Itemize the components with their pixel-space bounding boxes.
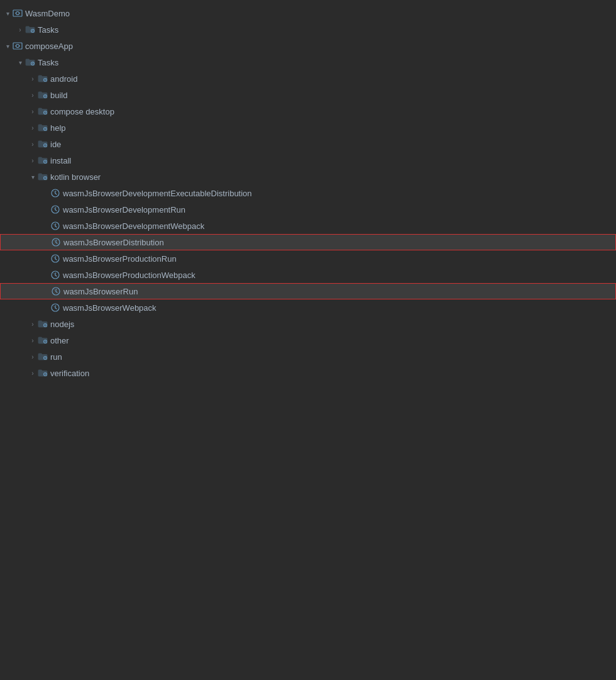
svg-rect-3: [13, 43, 22, 49]
tree-item-android[interactable]: android: [0, 70, 616, 87]
label-kotlin-browser: kotlin browser: [50, 172, 101, 182]
task-icon-wasmJsBrowserDevelopmentExecutableDistribution: [50, 188, 60, 198]
label-composeApp: composeApp: [25, 42, 73, 51]
tree-item-verification[interactable]: verification: [0, 365, 616, 381]
folder-icon-compose-desktop: [38, 106, 48, 116]
chevron-kotlin-browser[interactable]: [28, 172, 38, 182]
tree-item-help[interactable]: help: [0, 120, 616, 136]
folder-icon-other: [38, 335, 48, 345]
folder-icon-build: [38, 90, 48, 100]
tree-item-wasmJsBrowserDevelopmentWebpack[interactable]: wasmJsBrowserDevelopmentWebpack: [0, 218, 616, 234]
chevron-tasks-composeApp[interactable]: [15, 57, 25, 67]
task-icon-wasmJsBrowserProductionWebpack: [50, 270, 60, 280]
tree-item-wasmJsBrowserProductionRun[interactable]: wasmJsBrowserProductionRun: [0, 250, 616, 267]
label-build: build: [50, 91, 67, 100]
tree-item-tasks-composeApp[interactable]: Tasks: [0, 54, 616, 70]
folder-icon-kotlin-browser: [38, 172, 48, 182]
tree-item-wasmJsBrowserRun[interactable]: wasmJsBrowserRun: [0, 283, 616, 299]
folder-icon-android: [38, 74, 48, 84]
tree-item-compose-desktop[interactable]: compose desktop: [0, 103, 616, 120]
chevron-ide[interactable]: [28, 139, 38, 149]
folder-icon-run: [38, 352, 48, 362]
label-nodejs: nodejs: [50, 320, 74, 329]
chevron-wasmDemo[interactable]: [3, 8, 13, 18]
folder-icon-verification: [38, 368, 48, 378]
tree-item-wasmJsBrowserDistribution[interactable]: wasmJsBrowserDistribution: [0, 234, 616, 250]
tree-item-run[interactable]: run: [0, 348, 616, 365]
label-wasmJsBrowserDevelopmentRun: wasmJsBrowserDevelopmentRun: [63, 205, 185, 215]
label-wasmJsBrowserDistribution: wasmJsBrowserDistribution: [63, 238, 164, 247]
task-icon-wasmJsBrowserDistribution: [51, 237, 61, 247]
tree-item-wasmJsBrowserDevelopmentExecutableDistribution[interactable]: wasmJsBrowserDevelopmentExecutableDistri…: [0, 185, 616, 201]
label-wasmJsBrowserRun: wasmJsBrowserRun: [63, 287, 138, 296]
tree-item-nodejs[interactable]: nodejs: [0, 316, 616, 332]
tree-item-kotlin-browser[interactable]: kotlin browser: [0, 169, 616, 185]
folder-icon-install: [38, 155, 48, 165]
tree-item-wasmDemo[interactable]: WasmDemo: [0, 5, 616, 21]
chevron-compose-desktop[interactable]: [28, 106, 38, 116]
label-tasks-root: Tasks: [38, 25, 58, 35]
folder-icon-tasks-root: [25, 25, 35, 35]
tree-item-wasmJsBrowserDevelopmentRun[interactable]: wasmJsBrowserDevelopmentRun: [0, 201, 616, 218]
task-icon-wasmJsBrowserDevelopmentRun: [50, 204, 60, 215]
chevron-android[interactable]: [28, 74, 38, 84]
tree-item-tasks-root[interactable]: Tasks: [0, 21, 616, 38]
label-ide: ide: [50, 140, 61, 149]
chevron-run[interactable]: [28, 352, 38, 362]
chevron-help[interactable]: [28, 123, 38, 133]
svg-point-4: [16, 45, 19, 48]
label-compose-desktop: compose desktop: [50, 107, 114, 116]
tree-item-ide[interactable]: ide: [0, 136, 616, 152]
project-tree: WasmDemo Tasks composeApp Tasks android …: [0, 0, 616, 386]
label-wasmDemo: WasmDemo: [25, 9, 70, 18]
tree-item-wasmJsBrowserProductionWebpack[interactable]: wasmJsBrowserProductionWebpack: [0, 267, 616, 283]
label-wasmJsBrowserProductionWebpack: wasmJsBrowserProductionWebpack: [63, 270, 195, 280]
tree-item-build[interactable]: build: [0, 87, 616, 103]
chevron-tasks-root[interactable]: [15, 25, 25, 35]
task-icon-wasmJsBrowserProductionRun: [50, 254, 60, 264]
folder-icon-ide: [38, 139, 48, 149]
label-tasks-composeApp: Tasks: [38, 58, 58, 67]
label-other: other: [50, 336, 69, 345]
folder-icon-nodejs: [38, 319, 48, 329]
task-icon-wasmJsBrowserWebpack: [50, 303, 60, 313]
chevron-composeApp[interactable]: [3, 41, 13, 51]
module-icon-composeApp: [13, 41, 23, 51]
label-wasmJsBrowserDevelopmentExecutableDistribution: wasmJsBrowserDevelopmentExecutableDistri…: [63, 189, 252, 198]
folder-icon-help: [38, 123, 48, 133]
tree-item-other[interactable]: other: [0, 332, 616, 348]
label-verification: verification: [50, 369, 89, 378]
label-wasmJsBrowserDevelopmentWebpack: wasmJsBrowserDevelopmentWebpack: [63, 221, 204, 231]
svg-point-1: [16, 12, 19, 15]
tree-item-composeApp[interactable]: composeApp: [0, 38, 616, 54]
tree-item-wasmJsBrowserWebpack[interactable]: wasmJsBrowserWebpack: [0, 299, 616, 316]
chevron-verification[interactable]: [28, 368, 38, 378]
label-android: android: [50, 74, 77, 84]
svg-rect-0: [13, 10, 22, 16]
label-help: help: [50, 123, 66, 133]
task-icon-wasmJsBrowserRun: [51, 286, 61, 296]
module-icon-wasmDemo: [13, 8, 23, 18]
chevron-other[interactable]: [28, 335, 38, 345]
folder-icon-tasks-composeApp: [25, 57, 35, 67]
chevron-install[interactable]: [28, 155, 38, 165]
label-wasmJsBrowserProductionRun: wasmJsBrowserProductionRun: [63, 254, 177, 264]
tree-item-install[interactable]: install: [0, 152, 616, 169]
chevron-build[interactable]: [28, 90, 38, 100]
label-install: install: [50, 156, 71, 165]
task-icon-wasmJsBrowserDevelopmentWebpack: [50, 221, 60, 231]
label-wasmJsBrowserWebpack: wasmJsBrowserWebpack: [63, 303, 157, 313]
chevron-nodejs[interactable]: [28, 319, 38, 329]
label-run: run: [50, 352, 62, 362]
